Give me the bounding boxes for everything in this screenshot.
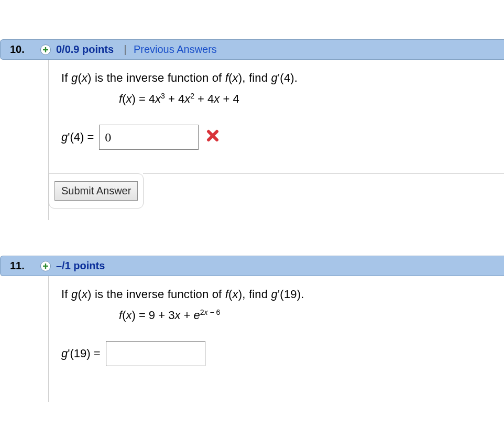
points-label: 0/0.9 points bbox=[56, 43, 114, 56]
separator: | bbox=[118, 43, 129, 56]
expand-button[interactable] bbox=[40, 261, 51, 271]
answer-label: g'(19) = bbox=[61, 347, 101, 360]
answer-input[interactable] bbox=[106, 341, 205, 366]
points-label: –/1 points bbox=[56, 260, 105, 272]
question-prompt: If g(x) is the inverse function of f(x),… bbox=[61, 71, 504, 85]
answer-row: g'(19) = bbox=[61, 341, 504, 366]
question-10: 10. 0/0.9 points | Previous Answers If g… bbox=[0, 39, 504, 220]
question-number: 11. bbox=[10, 260, 29, 272]
plus-icon bbox=[42, 47, 49, 53]
question-prompt: If g(x) is the inverse function of f(x),… bbox=[61, 288, 504, 301]
question-header: 11. –/1 points bbox=[0, 256, 504, 276]
question-content: If g(x) is the inverse function of f(x),… bbox=[48, 276, 504, 402]
incorrect-icon bbox=[206, 129, 220, 146]
submit-answer-button[interactable]: Submit Answer bbox=[54, 181, 138, 201]
formula: f(x) = 9 + 3x + e2x − 6 bbox=[119, 309, 504, 322]
question-content: If g(x) is the inverse function of f(x),… bbox=[48, 60, 504, 220]
plus-icon bbox=[42, 263, 49, 269]
answer-row: g'(4) = bbox=[61, 125, 504, 150]
formula: f(x) = 4x3 + 4x2 + 4x + 4 bbox=[119, 92, 504, 106]
previous-answers-link[interactable]: Previous Answers bbox=[134, 43, 217, 56]
question-header: 10. 0/0.9 points | Previous Answers bbox=[0, 39, 504, 60]
answer-input[interactable] bbox=[99, 125, 199, 150]
expand-button[interactable] bbox=[40, 45, 51, 55]
question-number: 10. bbox=[10, 43, 29, 56]
answer-label: g'(4) = bbox=[61, 130, 94, 144]
divider bbox=[143, 173, 504, 174]
submit-region: Submit Answer bbox=[49, 173, 144, 208]
question-11: 11. –/1 points If g(x) is the inverse fu… bbox=[0, 256, 504, 402]
